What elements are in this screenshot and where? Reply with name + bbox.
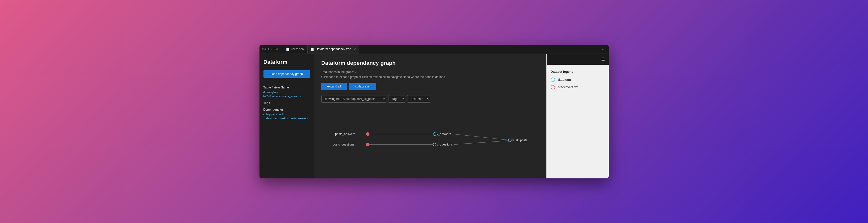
svg-line-3 <box>454 141 509 145</box>
file-icon-users: 📄 <box>286 47 289 51</box>
dependencies-label: Dependencies <box>264 108 310 111</box>
svg-line-2 <box>454 134 509 140</box>
file-icon-dep: 📄 <box>311 47 314 51</box>
legend-dot-dataform <box>551 77 555 82</box>
dependency-item[interactable]: bigquery-public-data.stackoverflow.posts… <box>264 112 310 121</box>
more-options-icon[interactable]: ⋯ <box>602 47 606 51</box>
svg-text:posts_answers: posts_answers <box>335 132 355 136</box>
legend-label-stackoverflow: stackoverflow <box>558 85 578 89</box>
legend-label-dataform: dataform <box>558 78 571 81</box>
tab-users-sqlx[interactable]: 📄 users.sqlx <box>283 45 308 54</box>
tags-label: Tags <box>264 101 310 105</box>
title-bar: DATAFORM 📄 users.sqlx 📄 Dataform dependa… <box>259 45 609 54</box>
tab-label-users: users.sqlx <box>291 47 304 51</box>
direction-filter[interactable]: upstream <box>407 95 430 103</box>
main-layout: Dataform Load dependancy graph Table / v… <box>259 54 609 178</box>
dependency-link[interactable]: bigquery-public-data.stackoverflow.posts… <box>267 112 310 121</box>
svg-text:posts_questions: posts_questions <box>333 143 354 146</box>
table-view-name-label: Table / view Name <box>264 86 310 89</box>
load-dependency-graph-button[interactable]: Load dependancy graph <box>264 70 310 78</box>
legend-title: Dataset legend <box>551 70 605 74</box>
table-view-link[interactable]: drawingfire-b72a8.intermediate.v_answers <box>264 90 310 99</box>
total-nodes-text: Total nodes in the graph: 20 <box>321 70 539 74</box>
collapse-all-button[interactable]: collapse all <box>349 83 376 90</box>
instructions-text: Click node to expand graph or click on t… <box>321 75 539 79</box>
svg-point-8 <box>508 139 511 142</box>
tabs-bar: 📄 users.sqlx 📄 Dataform dependancy tree … <box>283 45 601 54</box>
hamburger-icon[interactable]: ☰ <box>601 57 605 62</box>
tab-close-button[interactable]: ✕ <box>353 47 356 51</box>
filter-bar: drawingfire-b72a8.outputs.v_all_posts Ta… <box>321 95 539 103</box>
right-panel: ☰ Dataset legend dataform stackoverflow <box>547 54 609 178</box>
app-brand: DATAFORM <box>262 48 278 50</box>
page-title: Dataform dependancy graph <box>321 60 539 66</box>
expand-all-button[interactable]: expand all <box>321 83 347 90</box>
legend-item-stackoverflow: stackoverflow <box>551 85 605 89</box>
graph-area: posts_answers posts_questions v_answers … <box>321 110 539 159</box>
right-panel-header: ☰ <box>547 54 609 65</box>
svg-point-7 <box>433 143 436 146</box>
tab-dependency-tree[interactable]: 📄 Dataform dependancy tree ✕ <box>308 45 359 54</box>
legend-item-dataform: dataform <box>551 77 605 82</box>
graph-svg: posts_answers posts_questions v_answers … <box>321 110 539 159</box>
sidebar-title: Dataform <box>264 59 310 65</box>
svg-text:v_answers: v_answers <box>437 132 451 136</box>
legend-dot-stackoverflow <box>551 85 555 89</box>
svg-text:v_questions: v_questions <box>437 143 453 146</box>
node-selector[interactable]: drawingfire-b72a8.outputs.v_all_posts <box>321 95 386 103</box>
svg-text:v_all_posts: v_all_posts <box>512 139 527 142</box>
main-content: Dataform dependancy graph Total nodes in… <box>314 54 547 178</box>
svg-point-5 <box>366 143 369 146</box>
tab-label-dep: Dataform dependancy tree <box>316 47 351 51</box>
legend-area: Dataset legend dataform stackoverflow <box>547 65 609 98</box>
sidebar: Dataform Load dependancy graph Table / v… <box>259 54 314 178</box>
svg-point-6 <box>433 132 436 135</box>
app-window: DATAFORM 📄 users.sqlx 📄 Dataform dependa… <box>259 45 609 178</box>
tags-filter[interactable]: Tags <box>388 95 405 103</box>
action-buttons: expand all collapse all <box>321 83 539 90</box>
svg-point-4 <box>366 132 369 135</box>
